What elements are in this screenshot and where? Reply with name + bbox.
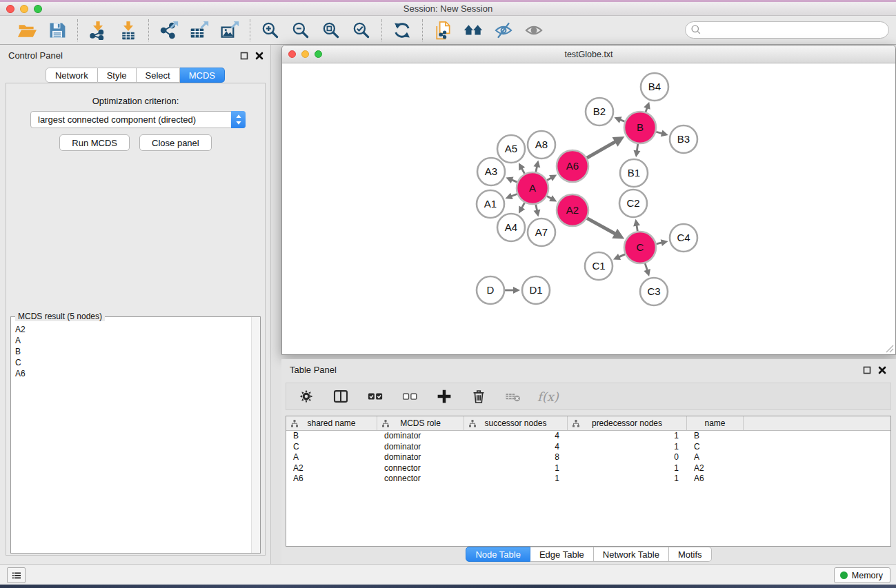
node-A1[interactable]: A1 — [477, 190, 504, 218]
export-table-icon[interactable] — [189, 20, 210, 41]
mcds-result-item[interactable]: A — [11, 335, 251, 346]
minimize-window-button[interactable] — [20, 5, 28, 13]
network-window-titlebar[interactable]: testGlobe.txt — [282, 45, 895, 63]
mcds-result-item[interactable]: C — [11, 357, 251, 368]
network-maximize-button[interactable] — [315, 50, 322, 58]
column-header-MCDS-role[interactable]: MCDS role — [377, 416, 464, 430]
float-panel-icon[interactable] — [240, 50, 248, 63]
memory-button[interactable]: Memory — [834, 567, 890, 583]
function-builder-icon[interactable]: f(x) — [537, 389, 559, 404]
optimization-criterion-select[interactable]: largest connected component (directed) — [30, 111, 246, 128]
close-table-panel-icon[interactable] — [878, 365, 886, 377]
edge-B-B3[interactable] — [656, 132, 662, 133]
delete-table-icon[interactable] — [503, 386, 524, 407]
import-network-icon[interactable] — [88, 20, 108, 41]
zoom-out-icon[interactable] — [290, 20, 311, 41]
edge-C-C4[interactable] — [656, 243, 661, 244]
edge-A-A1[interactable] — [511, 194, 517, 196]
copy-network-icon[interactable] — [432, 20, 453, 41]
node-A6[interactable]: A6 — [557, 150, 588, 182]
node-B1[interactable]: B1 — [620, 159, 648, 187]
column-header-shared-name[interactable]: shared name — [286, 416, 377, 430]
node-C3[interactable]: C3 — [640, 278, 668, 305]
network-canvas[interactable]: B4B2BB3A5A8A6B1A3AA1C2A2A4A7C4CC1C3DD1 — [282, 63, 895, 354]
table-tab-node-table[interactable]: Node Table — [466, 547, 530, 562]
edge-C-C3[interactable] — [645, 263, 647, 271]
tab-style[interactable]: Style — [98, 68, 137, 83]
mcds-result-item[interactable]: A2 — [11, 324, 251, 335]
table-row[interactable]: Bdominator41B — [286, 431, 890, 442]
tab-select[interactable]: Select — [137, 68, 180, 83]
save-session-icon[interactable] — [47, 20, 68, 41]
node-B[interactable]: B — [624, 112, 656, 143]
task-history-button[interactable] — [7, 567, 26, 583]
node-A3[interactable]: A3 — [477, 158, 505, 185]
table-tab-edge-table[interactable]: Edge Table — [530, 547, 594, 562]
show-graphics-details-icon[interactable] — [524, 20, 544, 41]
edge-A-A4[interactable] — [521, 203, 524, 208]
tab-mcds[interactable]: MCDS — [180, 68, 225, 83]
mcds-result-item[interactable]: A6 — [11, 368, 251, 379]
edge-A6-B[interactable] — [587, 141, 616, 158]
resize-grip-icon[interactable] — [884, 343, 894, 353]
mcds-result-item[interactable]: B — [11, 346, 251, 357]
edge-A-A3[interactable] — [512, 180, 517, 182]
float-table-panel-icon[interactable] — [863, 365, 871, 377]
result-scrollbar[interactable] — [251, 317, 260, 553]
edge-A-A2[interactable] — [547, 196, 551, 199]
node-A4[interactable]: A4 — [497, 214, 525, 241]
table-tab-motifs[interactable]: Motifs — [669, 547, 712, 562]
export-image-icon[interactable] — [219, 20, 240, 41]
open-session-icon[interactable] — [17, 20, 37, 41]
refresh-icon[interactable] — [392, 20, 412, 41]
edge-A2-C[interactable] — [587, 219, 615, 234]
node-B4[interactable]: B4 — [641, 73, 668, 101]
node-C[interactable]: C — [624, 232, 656, 263]
run-mcds-button[interactable]: Run MCDS — [59, 134, 130, 151]
zoom-fit-icon[interactable] — [321, 20, 341, 41]
zoom-selected-icon[interactable] — [351, 20, 372, 41]
edge-A-A6[interactable] — [547, 178, 551, 180]
column-header-successor-nodes[interactable]: successor nodes — [464, 416, 568, 430]
select-all-check-icon[interactable] — [365, 386, 386, 407]
split-view-icon[interactable] — [330, 386, 351, 407]
import-table-icon[interactable] — [118, 20, 139, 41]
node-D[interactable]: D — [477, 276, 504, 304]
search-input[interactable] — [685, 21, 889, 39]
close-panel-icon[interactable] — [255, 50, 263, 63]
add-column-icon[interactable] — [434, 386, 455, 407]
edge-A-A5[interactable] — [521, 168, 524, 174]
node-A7[interactable]: A7 — [528, 219, 555, 246]
network-minimize-button[interactable] — [301, 50, 309, 58]
table-row[interactable]: Cdominator41C — [286, 442, 890, 453]
table-row[interactable]: A6connector11A6 — [286, 474, 890, 485]
table-row[interactable]: A2connector11A2 — [286, 463, 890, 474]
node-C2[interactable]: C2 — [619, 190, 647, 217]
zoom-in-icon[interactable] — [260, 20, 281, 41]
node-D1[interactable]: D1 — [522, 276, 550, 304]
table-tab-network-table[interactable]: Network Table — [594, 547, 669, 562]
node-B2[interactable]: B2 — [586, 98, 613, 125]
maximize-window-button[interactable] — [34, 5, 42, 13]
table-settings-icon[interactable] — [296, 386, 317, 407]
export-network-icon[interactable] — [159, 20, 179, 41]
delete-column-icon[interactable] — [468, 386, 489, 407]
column-header-name[interactable]: name — [687, 416, 744, 430]
edge-B-B1[interactable] — [637, 144, 637, 152]
close-panel-button[interactable]: Close panel — [139, 134, 212, 151]
hide-graphics-details-icon[interactable] — [493, 20, 514, 41]
edge-C-C2[interactable] — [637, 225, 637, 232]
column-header-predecessor-nodes[interactable]: predecessor nodes — [568, 416, 687, 430]
node-A8[interactable]: A8 — [528, 131, 555, 159]
node-A[interactable]: A — [517, 172, 548, 204]
tab-network[interactable]: Network — [46, 68, 98, 83]
edge-A-A7[interactable] — [536, 205, 537, 211]
edge-B-B2[interactable] — [620, 120, 625, 122]
node-A2[interactable]: A2 — [557, 194, 588, 226]
edge-A-A8[interactable] — [536, 166, 537, 172]
close-window-button[interactable] — [6, 5, 14, 13]
node-A5[interactable]: A5 — [497, 135, 525, 163]
deselect-all-icon[interactable] — [399, 386, 420, 407]
edge-C-C1[interactable] — [619, 254, 625, 257]
node-C4[interactable]: C4 — [670, 224, 697, 252]
